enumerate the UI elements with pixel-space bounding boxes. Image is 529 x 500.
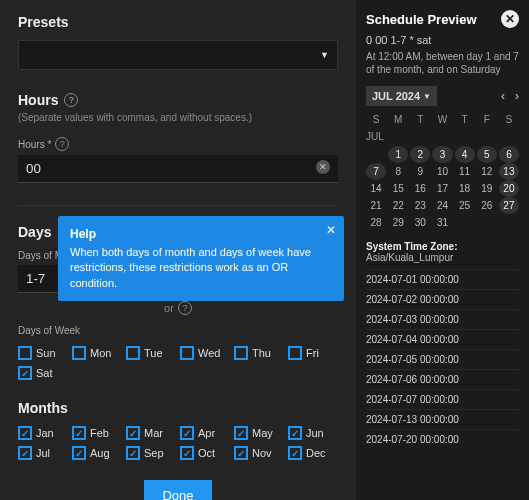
calendar-day[interactable]: 10 xyxy=(432,163,452,180)
month-checkbox-sep[interactable]: Sep xyxy=(126,446,172,460)
calendar-day[interactable]: 30 xyxy=(410,214,430,231)
calendar-day[interactable]: 20 xyxy=(499,180,519,197)
calendar-day[interactable]: 24 xyxy=(432,197,452,214)
checkbox-label: Tue xyxy=(144,347,163,359)
calendar-day[interactable]: 25 xyxy=(455,197,475,214)
checkbox-icon xyxy=(126,446,140,460)
tooltip-title: Help xyxy=(70,226,332,243)
calendar-day[interactable]: 12 xyxy=(477,163,497,180)
calendar-day xyxy=(455,214,475,231)
presets-select[interactable]: ▼ xyxy=(18,40,338,70)
calendar-day[interactable]: 1 xyxy=(388,146,408,163)
dow-checkbox-fri[interactable]: Fri xyxy=(288,346,334,360)
calendar-day[interactable]: 9 xyxy=(410,163,430,180)
dow-checkbox-sat[interactable]: Sat xyxy=(18,366,64,380)
month-select[interactable]: JUL 2024 ▼ xyxy=(366,86,437,106)
month-checkbox-apr[interactable]: Apr xyxy=(180,426,226,440)
calendar-day[interactable]: 18 xyxy=(455,180,475,197)
calendar-day[interactable]: 21 xyxy=(366,197,386,214)
scheduler-form: Presets ▼ Hours ? (Separate values with … xyxy=(0,0,356,500)
dow-checkbox-wed[interactable]: Wed xyxy=(180,346,226,360)
close-icon[interactable]: ✕ xyxy=(501,10,519,28)
calendar-day[interactable]: 28 xyxy=(366,214,386,231)
checkbox-icon xyxy=(180,446,194,460)
calendar-day[interactable]: 13 xyxy=(499,163,519,180)
checkbox-label: Oct xyxy=(198,447,215,459)
next-run-item: 2024-07-07 00:00:00 xyxy=(366,389,519,409)
calendar-day xyxy=(366,146,386,163)
days-of-week-row: SunMonTueWedThuFriSat xyxy=(18,346,338,380)
calendar-day[interactable]: 2 xyxy=(410,146,430,163)
cron-description: At 12:00 AM, between day 1 and 7 of the … xyxy=(366,50,519,76)
done-button[interactable]: Done xyxy=(144,480,211,500)
dow-checkbox-thu[interactable]: Thu xyxy=(234,346,280,360)
month-checkbox-mar[interactable]: Mar xyxy=(126,426,172,440)
calendar-day[interactable]: 17 xyxy=(432,180,452,197)
calendar-day[interactable]: 31 xyxy=(432,214,452,231)
checkbox-icon xyxy=(72,446,86,460)
calendar-day[interactable]: 11 xyxy=(455,163,475,180)
help-icon[interactable]: ? xyxy=(178,301,192,315)
stz-label: System Time Zone: xyxy=(366,241,519,252)
checkbox-icon xyxy=(180,426,194,440)
next-run-item: 2024-07-06 00:00:00 xyxy=(366,369,519,389)
month-checkbox-jan[interactable]: Jan xyxy=(18,426,64,440)
calendar-day[interactable]: 4 xyxy=(455,146,475,163)
hours-input[interactable] xyxy=(18,155,338,183)
next-run-item: 2024-07-13 00:00:00 xyxy=(366,409,519,429)
prev-month-button[interactable]: ‹ xyxy=(501,89,505,103)
clear-icon[interactable]: ✕ xyxy=(316,160,330,174)
checkbox-label: Mar xyxy=(144,427,163,439)
calendar-day[interactable]: 27 xyxy=(499,197,519,214)
calendar-day[interactable]: 19 xyxy=(477,180,497,197)
schedule-preview-panel: Schedule Preview ✕ 0 00 1-7 * sat At 12:… xyxy=(356,0,529,500)
checkbox-icon xyxy=(234,446,248,460)
dow-label: Days of Week xyxy=(18,325,338,336)
calendar-day[interactable]: 14 xyxy=(366,180,386,197)
checkbox-icon xyxy=(288,446,302,460)
month-checkbox-dec[interactable]: Dec xyxy=(288,446,334,460)
month-checkbox-nov[interactable]: Nov xyxy=(234,446,280,460)
presets-title: Presets xyxy=(18,14,338,30)
checkbox-icon xyxy=(18,446,32,460)
chevron-down-icon: ▼ xyxy=(320,50,329,60)
calendar-dow-head: T xyxy=(455,114,475,125)
checkbox-label: May xyxy=(252,427,273,439)
calendar-day[interactable]: 23 xyxy=(410,197,430,214)
help-icon[interactable]: ? xyxy=(64,93,78,107)
calendar-day[interactable]: 6 xyxy=(499,146,519,163)
calendar-day[interactable]: 5 xyxy=(477,146,497,163)
calendar-day[interactable]: 26 xyxy=(477,197,497,214)
stz-value: Asia/Kuala_Lumpur xyxy=(366,252,519,263)
month-checkbox-oct[interactable]: Oct xyxy=(180,446,226,460)
calendar-day[interactable]: 22 xyxy=(388,197,408,214)
cron-string: 0 00 1-7 * sat xyxy=(366,34,519,46)
help-tooltip: ✕ Help When both days of month and days … xyxy=(58,216,344,301)
calendar-dow-head: F xyxy=(477,114,497,125)
dow-checkbox-mon[interactable]: Mon xyxy=(72,346,118,360)
checkbox-label: Fri xyxy=(306,347,319,359)
month-checkbox-may[interactable]: May xyxy=(234,426,280,440)
days-title: Days xyxy=(18,224,51,240)
calendar-day[interactable]: 16 xyxy=(410,180,430,197)
checkbox-label: Jan xyxy=(36,427,54,439)
month-checkbox-jun[interactable]: Jun xyxy=(288,426,334,440)
month-checkbox-jul[interactable]: Jul xyxy=(18,446,64,460)
next-month-button[interactable]: › xyxy=(515,89,519,103)
calendar-day[interactable]: 15 xyxy=(388,180,408,197)
next-run-item: 2024-07-03 00:00:00 xyxy=(366,309,519,329)
dow-checkbox-sun[interactable]: Sun xyxy=(18,346,64,360)
help-icon[interactable]: ? xyxy=(55,137,69,151)
or-label: or xyxy=(164,302,174,314)
calendar-day[interactable]: 3 xyxy=(432,146,452,163)
month-checkbox-aug[interactable]: Aug xyxy=(72,446,118,460)
checkbox-label: Feb xyxy=(90,427,109,439)
dow-checkbox-tue[interactable]: Tue xyxy=(126,346,172,360)
calendar-day[interactable]: 7 xyxy=(366,163,386,180)
calendar-day[interactable]: 29 xyxy=(388,214,408,231)
calendar-day[interactable]: 8 xyxy=(388,163,408,180)
calendar-dow-head: T xyxy=(410,114,430,125)
month-checkbox-feb[interactable]: Feb xyxy=(72,426,118,440)
calendar-dow-head: S xyxy=(366,114,386,125)
close-icon[interactable]: ✕ xyxy=(326,222,336,239)
